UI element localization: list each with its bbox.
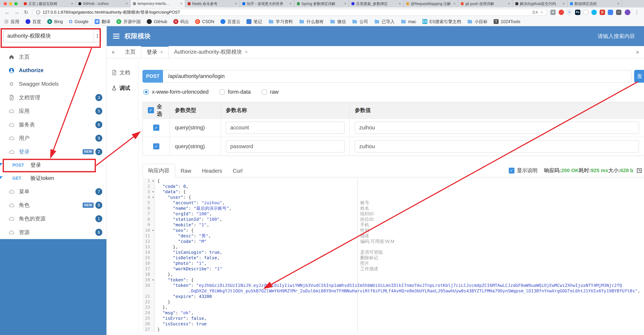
response-tab[interactable]: Curl [228, 165, 248, 177]
fold-icon[interactable]: ▾ [152, 194, 154, 200]
tab-close-icon[interactable]: × [617, 2, 620, 6]
sidebar-item[interactable]: 菜单7 [0, 185, 106, 198]
sidebar-item[interactable]: 应用5 [0, 104, 106, 118]
browser-tab[interactable]: temporary-interfa…× [130, 0, 185, 8]
radio-icon[interactable] [219, 89, 225, 95]
maximize-window-icon[interactable] [14, 2, 18, 5]
fold-icon[interactable]: ▾ [152, 277, 154, 283]
extension-icon[interactable]: Ps [575, 10, 580, 15]
tab-close-icon[interactable]: × [508, 2, 510, 6]
browser-tab[interactable]: 百度搜索_参数绑定× [349, 0, 404, 8]
browser-tab[interactable]: git push 使用详解× [458, 0, 513, 8]
radio-icon[interactable] [143, 89, 149, 95]
sidebar-item[interactable]: Authorize [0, 64, 106, 77]
address-bar[interactable]: i 127.0.0.1:8760/api/gate/doc.html#/auth… [32, 9, 547, 16]
sidebar-item[interactable]: 资源6 [0, 226, 106, 239]
bookmark-item[interactable]: G码云 [173, 19, 189, 24]
sidebar-item[interactable]: 登录NEW2 [0, 145, 106, 159]
bookmark-item[interactable]: ESES搜索引擎文档 [422, 19, 461, 24]
browser-menu-icon[interactable]: ⋮ [634, 9, 640, 15]
extension-icon[interactable]: ⇄ [550, 10, 556, 15]
bookmark-item[interactable]: 笔记 [246, 19, 262, 24]
browser-tab[interactable]: @RequestMapping 注解× [404, 0, 458, 8]
sidebar-item[interactable]: Swagger Models [0, 77, 106, 91]
sidebar-api-post[interactable]: POST登录 [0, 158, 106, 172]
show-description-toggle[interactable]: ✓ 显示说明 [509, 167, 538, 174]
menu-toggle-icon[interactable] [113, 32, 120, 40]
content-type-option[interactable]: form-data [219, 89, 250, 95]
tab-close-icon[interactable]: × [126, 2, 128, 6]
extension-icon[interactable]: 汉 [600, 10, 605, 15]
extension-icon[interactable] [559, 10, 564, 15]
profile-avatar[interactable] [625, 10, 630, 15]
sidebar-item[interactable]: 主页 [0, 50, 106, 64]
reload-icon[interactable]: ↻ [23, 9, 29, 15]
extension-icon[interactable] [592, 10, 597, 15]
param-name-input[interactable]: account [226, 122, 344, 134]
row-checkbox[interactable]: ✓ [153, 143, 159, 150]
subnav-item[interactable]: 文档 [107, 65, 138, 80]
bookmark-item[interactable]: 学习资料 [268, 19, 293, 24]
param-value-input[interactable]: zuihou [355, 140, 639, 152]
close-window-icon[interactable] [4, 2, 7, 5]
select-all-checkbox[interactable]: ✓ [148, 107, 154, 113]
close-icon[interactable]: × [245, 49, 248, 55]
tab-close-icon[interactable]: × [290, 2, 292, 6]
translate-icon[interactable]: 文A [532, 10, 538, 15]
browser-tab[interactable]: Redis 命令参考× [185, 0, 240, 8]
response-tab[interactable]: Raw [175, 165, 196, 177]
bookmark-item[interactable]: 公司 [352, 19, 368, 24]
back-icon[interactable]: ← [4, 10, 10, 15]
response-tab[interactable]: 响应内容 [142, 164, 175, 177]
sidebar-item[interactable]: 服务表6 [0, 118, 106, 132]
bookmark-item[interactable]: GitHub [147, 19, 167, 24]
sidebar-item[interactable]: 用户9 [0, 132, 106, 145]
browser-tab[interactable]: 数据绑定流程× [568, 0, 622, 8]
bookmark-item[interactable]: 应用 [4, 19, 19, 24]
minimize-window-icon[interactable] [9, 2, 12, 5]
fold-icon[interactable]: ▾ [152, 178, 154, 184]
extension-icon[interactable] [608, 10, 613, 15]
bookmark-item[interactable]: 小目标 [467, 19, 488, 24]
browser-tab[interactable]: 知乎 - 发现更大的世界× [240, 0, 294, 8]
radio-icon[interactable] [262, 89, 267, 95]
tab-close-icon[interactable]: × [235, 2, 237, 6]
bookmark-item[interactable]: C开源中国 [116, 19, 140, 24]
expand-icon[interactable] [637, 168, 642, 173]
close-icon[interactable]: × [160, 49, 163, 55]
content-type-option[interactable]: x-www-form-urlencoded [143, 89, 208, 95]
tab-close-icon[interactable]: × [454, 2, 456, 6]
bookmark-item[interactable]: 百度 [26, 19, 41, 24]
bookmark-item[interactable]: 什么都有 [299, 19, 324, 24]
forward-icon[interactable]: → [14, 10, 20, 15]
page-info-icon[interactable]: i [36, 10, 40, 14]
content-type-option[interactable]: raw [262, 89, 279, 95]
header-search-input[interactable]: 请输入搜索内容 [598, 32, 635, 40]
extension-icon[interactable]: G [567, 10, 572, 15]
tab-close-icon[interactable]: × [180, 2, 182, 6]
browser-tab[interactable]: GitHub - zuihou× [76, 0, 131, 8]
tab-close-icon[interactable]: × [71, 2, 73, 6]
row-checkbox[interactable]: ✓ [153, 124, 159, 131]
bookmark-item[interactable]: 百度云 [220, 19, 240, 24]
send-button[interactable]: 发 [634, 70, 644, 83]
show-desc-checkbox[interactable]: ✓ [509, 168, 514, 173]
param-value-input[interactable]: zuihou [355, 122, 639, 134]
subnav-item[interactable]: 调试 [107, 80, 138, 96]
sidebar-item[interactable]: 角色的资源1 [0, 212, 106, 226]
doc-tab[interactable]: 主页 [120, 46, 141, 58]
doc-tab[interactable]: 登录× [141, 46, 169, 58]
fold-icon[interactable]: ▾ [152, 189, 154, 194]
extension-icon[interactable] [583, 10, 589, 15]
fold-icon[interactable]: ▾ [152, 228, 154, 233]
browser-tab[interactable]: 解决向github提交代码× [513, 0, 568, 8]
tab-close-icon[interactable]: × [399, 2, 401, 6]
bookmark-item[interactable]: 译翻译 [95, 19, 110, 24]
extension-icon[interactable]: ⋯ [616, 10, 622, 15]
tab-close-icon[interactable]: × [562, 2, 565, 6]
bookmark-item[interactable]: 已导入 [374, 19, 394, 24]
bookmark-star-icon[interactable]: ☆ [540, 10, 544, 14]
bookmark-item[interactable]: bBing [47, 19, 63, 24]
browser-tab[interactable]: 主页 | 建设互联网× [22, 0, 76, 8]
bookmark-item[interactable]: 微信 [330, 19, 346, 24]
